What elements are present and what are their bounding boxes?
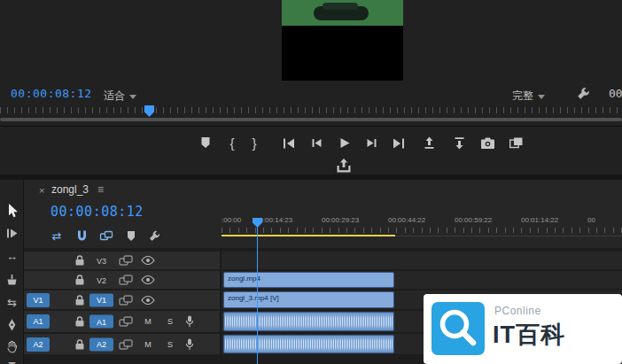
source-patch-button[interactable]: V1 xyxy=(27,293,50,307)
monitor-scrubber-ticks[interactable] xyxy=(0,107,622,113)
hand-tool[interactable] xyxy=(0,337,24,356)
source-patch-button[interactable]: A1 xyxy=(27,314,50,329)
fit-dropdown[interactable]: 适合 xyxy=(104,89,136,104)
chevron-down-icon xyxy=(538,95,545,99)
toggle-track-output-eye-icon[interactable] xyxy=(141,295,155,305)
track-select-forward-tool[interactable] xyxy=(0,223,24,243)
solo-button[interactable]: S xyxy=(164,317,176,326)
lock-icon[interactable] xyxy=(74,274,86,286)
track-label[interactable]: V3 xyxy=(89,254,113,267)
panel-menu-icon[interactable]: ≡ xyxy=(97,183,104,196)
timeline-clip-video[interactable]: zongl.mp4 xyxy=(223,272,394,288)
mute-button[interactable]: M xyxy=(142,340,154,349)
zoom-level-dropdown[interactable]: 完整 xyxy=(512,89,545,104)
linked-selection-icon[interactable] xyxy=(97,228,115,243)
watermark: PConline IT百科 xyxy=(424,294,622,364)
work-area-bar-rest xyxy=(395,236,622,236)
video-preview xyxy=(282,0,403,81)
sequence-tab[interactable]: zongl_3 xyxy=(51,183,89,196)
sync-lock-icon[interactable] xyxy=(119,294,133,306)
slip-tool[interactable]: ⇆ xyxy=(0,292,24,312)
lock-icon[interactable] xyxy=(74,254,86,267)
premiere-window: 00:00:08:12 适合 完整 00 { } xyxy=(0,0,622,364)
track-row-v3: V3 xyxy=(24,252,622,269)
audio-waveform xyxy=(225,314,393,329)
sync-lock-icon[interactable] xyxy=(119,338,133,350)
work-area-bar[interactable] xyxy=(222,235,395,236)
game-controller-shape-top xyxy=(323,3,358,10)
mute-button[interactable]: M xyxy=(142,317,154,326)
tab-close-icon[interactable]: × xyxy=(39,185,44,196)
mark-in-button[interactable]: { xyxy=(222,133,242,152)
lift-button[interactable] xyxy=(419,133,439,152)
playhead-follow-icon[interactable]: ⇄ xyxy=(48,228,66,243)
pen-tool[interactable] xyxy=(0,314,24,334)
solo-button[interactable]: S xyxy=(164,340,176,349)
timeline-clip-video[interactable]: zongl_3.mp4 [V] xyxy=(223,291,394,308)
extract-button[interactable] xyxy=(449,133,469,152)
toggle-track-output-eye-icon[interactable] xyxy=(141,256,155,266)
track-header: V1 V1 xyxy=(24,290,222,309)
razor-tool[interactable] xyxy=(0,269,24,289)
ripple-edit-tool[interactable]: ↔ xyxy=(0,246,24,266)
fit-dropdown-label: 适合 xyxy=(104,89,125,104)
ruler-label: 00:00:29:23 xyxy=(322,216,359,224)
timeline-clip-audio[interactable] xyxy=(223,312,394,331)
track-target-button[interactable]: A1 xyxy=(89,315,113,329)
lock-icon[interactable] xyxy=(74,294,86,306)
ruler-label: 00 xyxy=(587,216,595,224)
monitor-settings-wrench-icon[interactable] xyxy=(576,86,591,105)
track-row-v2: V2 zongl.mp4 xyxy=(24,271,622,289)
play-button[interactable] xyxy=(334,133,354,152)
track-label[interactable]: V2 xyxy=(89,274,113,287)
monitor-duration: 00 xyxy=(609,87,622,100)
clip-label: zongl_3.mp4 [V] xyxy=(224,292,393,302)
track-target-button[interactable]: V1 xyxy=(89,293,113,306)
track-content[interactable] xyxy=(222,252,622,269)
monitor-zoom-scrollbar[interactable] xyxy=(0,118,622,121)
magnifier-icon xyxy=(432,302,485,355)
comparison-view-button[interactable] xyxy=(506,133,525,152)
source-patch-button[interactable]: A2 xyxy=(27,337,50,352)
divider xyxy=(0,126,622,127)
step-forward-button[interactable] xyxy=(362,133,381,152)
timeline-settings-wrench-icon[interactable] xyxy=(145,228,163,243)
mark-out-button[interactable]: } xyxy=(245,133,264,152)
track-content[interactable]: zongl.mp4 xyxy=(222,271,622,289)
clip-label: zongl.mp4 xyxy=(224,273,393,283)
sync-lock-icon[interactable] xyxy=(119,275,133,286)
monitor-playhead[interactable] xyxy=(144,105,154,117)
sync-lock-icon[interactable] xyxy=(119,255,133,267)
add-marker-icon[interactable] xyxy=(122,228,140,243)
timeline-timecode[interactable]: 00:00:08:12 xyxy=(51,204,144,220)
sync-lock-icon[interactable] xyxy=(119,316,133,328)
lock-icon[interactable] xyxy=(74,315,86,328)
track-header: A1 A1 M S xyxy=(24,311,222,332)
go-to-out-button[interactable] xyxy=(389,133,408,152)
timeline-clip-audio[interactable] xyxy=(223,335,394,353)
step-back-button[interactable] xyxy=(307,133,326,152)
program-monitor: 00:00:08:12 适合 完整 00 { } xyxy=(0,0,622,174)
video-content xyxy=(282,0,403,26)
ruler-label: 00:01:14:22 xyxy=(521,216,558,224)
track-header: A2 A2 M S xyxy=(24,334,222,354)
snap-magnet-icon[interactable] xyxy=(73,228,90,243)
voiceover-mic-icon[interactable] xyxy=(184,315,195,329)
tools-sidebar: ↔ ⇆ T xyxy=(0,180,24,364)
time-ruler[interactable] xyxy=(222,228,622,233)
go-to-in-button[interactable] xyxy=(279,133,299,152)
selection-tool[interactable] xyxy=(0,200,24,220)
voiceover-mic-icon[interactable] xyxy=(184,337,195,351)
audio-waveform xyxy=(225,337,393,352)
export-share-button[interactable] xyxy=(334,156,354,175)
type-tool[interactable]: T xyxy=(0,356,24,364)
export-frame-camera-icon[interactable] xyxy=(478,133,497,152)
ruler-label: 00:00:59:22 xyxy=(455,216,492,224)
lock-icon[interactable] xyxy=(74,338,86,351)
track-header: V3 xyxy=(24,252,222,269)
track-target-button[interactable]: A2 xyxy=(89,337,113,351)
monitor-timecode[interactable]: 00:00:08:12 xyxy=(11,87,92,100)
toggle-track-output-eye-icon[interactable] xyxy=(141,275,155,285)
add-marker-button[interactable] xyxy=(196,133,215,152)
watermark-logo xyxy=(432,302,485,355)
